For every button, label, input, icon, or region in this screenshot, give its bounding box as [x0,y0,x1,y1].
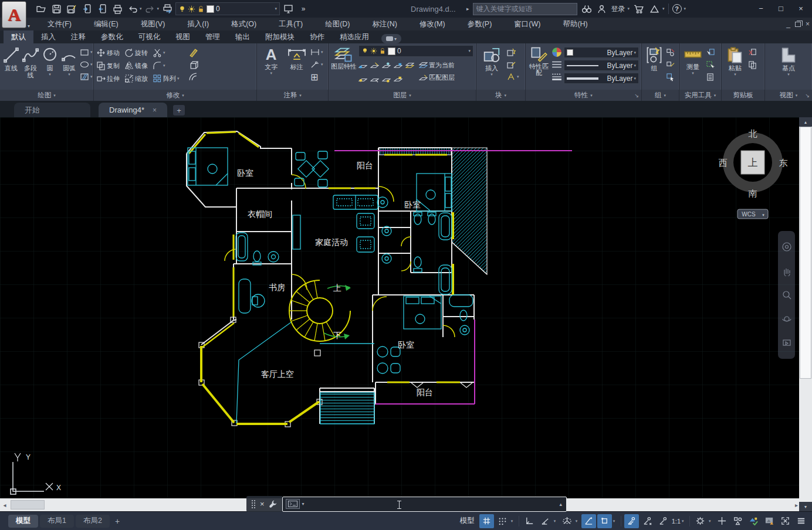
isolate-objects-icon[interactable] [730,514,745,528]
layer-off-button[interactable] [358,60,367,70]
polar-caret-icon[interactable]: ▾ [554,519,559,524]
menu-item-file[interactable]: 文件(F) [36,18,83,30]
ortho-toggle[interactable] [522,514,537,528]
layer-lock-button[interactable] [394,60,402,70]
object-snap-toggle[interactable] [597,514,612,528]
open-button[interactable] [34,2,48,16]
vertical-scroll-thumb[interactable] [800,127,811,379]
match-properties-button[interactable]: 特性匹配 [528,45,550,76]
workspace-switching-gear[interactable] [693,514,708,528]
signin-user-icon[interactable] [596,3,608,15]
signin-caret-icon[interactable]: ▾ [628,6,630,11]
text-button[interactable]: A 文字▾ [259,45,283,76]
annotation-scale-value[interactable]: 1:1 [672,518,681,525]
ribbon-tab-visualize[interactable]: 可视化 [131,30,168,43]
save-button[interactable] [49,2,63,16]
menu-item-format[interactable]: 格式(O) [220,18,268,30]
polyline-button[interactable]: 多段线 [22,45,39,79]
command-bar-close-icon[interactable]: × [260,500,265,508]
ellipse-tool-button[interactable]: ▾ [80,59,94,70]
move-button[interactable]: 移动 [96,47,120,58]
scroll-right-icon[interactable]: ▸ [795,502,798,508]
qat-more-commands[interactable]: » [296,2,310,16]
app-logo-icon[interactable]: A [2,1,26,28]
grid-toggle[interactable] [479,514,494,528]
match-layer-button[interactable]: 匹配图层 [419,72,455,83]
model-space-label[interactable]: 模型 [460,516,475,526]
annotation-visibility-toggle[interactable] [624,514,639,528]
leader-button[interactable]: ▾ [310,59,326,70]
hardware-acceleration-icon[interactable] [762,514,777,528]
layer-isolate-button[interactable] [370,60,379,70]
ribbon-display-toggle[interactable]: ▾ [381,34,401,43]
file-tab-start[interactable]: 开始 [14,103,90,117]
cut-button[interactable] [748,47,757,57]
app-menu-caret-icon[interactable]: ▾ [28,23,30,29]
rectangle-tool-button[interactable]: ▾ [80,47,94,57]
paste-button[interactable]: 粘贴▾ [724,45,746,77]
dimension-button[interactable]: 标注 [285,45,309,70]
workspace-caret-icon[interactable]: ▾ [709,519,713,524]
scroll-up-icon[interactable]: ▴ [799,117,812,127]
ribbon-tab-home[interactable]: 默认 [4,30,33,43]
layer-thaw-button[interactable] [382,73,391,84]
maximize-button[interactable]: □ [772,0,790,16]
edit-block-button[interactable] [506,59,522,70]
layer-freeze-button[interactable] [382,60,391,70]
osnap-caret-icon[interactable]: ▾ [613,519,618,524]
qat-layer-control[interactable]: 0 ▾ [175,2,280,15]
group-edit-button[interactable] [666,59,675,70]
menu-item-modify[interactable]: 修改(M) [408,18,456,30]
fillet-button[interactable]: ▾ [153,60,182,71]
doc-minimize-button[interactable]: _ [786,20,790,28]
snap-caret-icon[interactable]: ▾ [511,519,516,524]
plot-button[interactable] [110,2,124,16]
navigation-bar[interactable] [778,231,795,359]
polar-tracking-toggle[interactable] [538,514,553,528]
define-attributes-button[interactable]: ▾ [506,72,522,82]
scroll-left-icon[interactable]: ◂ [0,502,9,508]
recent-commands-caret-icon[interactable]: ▾ [302,501,304,507]
menu-item-insert[interactable]: 插入(I) [176,18,220,30]
select-objects-button[interactable] [706,59,715,70]
panel-label-groups[interactable]: 组▾ [642,90,679,101]
floor-plan-svg[interactable]: 卧室 衣帽间 阳台 卧室 家庭活动 书房 上 下 客厅上空 卧室 阳台 北 西 … [0,117,799,498]
make-current-button[interactable]: 置为当前 [419,60,455,70]
object-snap-tracking-toggle[interactable] [581,514,596,528]
panel-label-annotation[interactable]: 注释▾ [257,90,328,101]
isodraft-caret-icon[interactable]: ▾ [576,519,580,524]
ribbon-tab-view[interactable]: 视图 [168,30,198,43]
undo-button[interactable] [126,2,140,16]
menu-item-parametric[interactable]: 参数(P) [456,18,503,30]
circle-button[interactable]: 圆▾ [41,45,59,77]
layer-make-current-icon-button[interactable] [405,60,414,70]
wcs-label[interactable]: WCS [742,211,756,218]
ungroup-button[interactable] [666,47,675,57]
menu-item-tools[interactable]: 工具(T) [268,18,314,30]
ribbon-tab-insert[interactable]: 插入 [33,30,63,43]
copy-clip-button[interactable] [748,59,757,70]
command-bar-wrench-icon[interactable] [269,500,278,508]
infocenter-flyout-icon[interactable]: ▸ [466,6,469,12]
quick-calculator-button[interactable] [706,72,715,82]
base-point-button[interactable]: 基点▾ [776,45,801,77]
offset-button[interactable] [188,72,198,82]
wcs-caret-icon[interactable]: ▾ [762,213,764,217]
scroll-down-icon[interactable]: ▾ [799,502,812,511]
menu-item-edit[interactable]: 编辑(E) [83,18,130,30]
layer-walk-button[interactable] [370,73,379,84]
customize-icon[interactable] [794,514,808,528]
layout2-tab[interactable]: 布局2 [76,515,110,528]
menu-item-view[interactable]: 视图(V) [130,18,177,30]
layer-dropdown[interactable]: 0 ▾ [358,45,473,57]
ribbon-tab-featured-apps[interactable]: 精选应用 [332,30,377,43]
linetype-list-icon[interactable] [552,59,562,70]
measure-button[interactable]: 测量▾ [682,45,704,76]
menu-item-window[interactable]: 窗口(W) [503,18,552,30]
ribbon-tab-manage[interactable]: 管理 [198,30,228,43]
doc-restore-button[interactable] [795,22,801,27]
annotation-scale-icon[interactable] [656,514,671,528]
color-wheel-icon[interactable] [552,47,562,57]
quick-select-button[interactable] [706,47,715,57]
group-select-toggle[interactable] [666,72,675,82]
